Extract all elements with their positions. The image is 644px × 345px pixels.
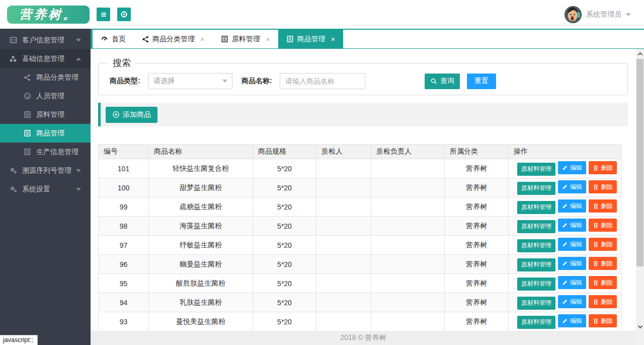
sidebar-subitem-label: 人员管理 <box>36 92 64 101</box>
cell-inspector <box>316 236 371 255</box>
tab-商品管理[interactable]: 商品管理× <box>278 30 344 48</box>
raw-material-manage-button[interactable]: 原材料管理 <box>517 258 555 271</box>
cell-inspector <box>316 159 371 178</box>
smiley-icon <box>23 92 31 100</box>
delete-button[interactable]: 删除 <box>589 314 617 327</box>
edit-button[interactable]: 编辑 <box>558 295 586 308</box>
action-button-label: 编辑 <box>570 298 582 306</box>
edit-button[interactable]: 编辑 <box>558 238 586 251</box>
cell-category: 营养树 <box>445 293 509 312</box>
pencil-icon <box>562 241 568 247</box>
cell-id: 93 <box>99 312 149 331</box>
reset-button[interactable]: 重置 <box>467 74 496 89</box>
query-button[interactable]: 查询 <box>425 74 460 89</box>
product-name-input[interactable] <box>280 73 365 89</box>
edit-button[interactable]: 编辑 <box>558 199 586 213</box>
cell-inspector <box>316 293 371 312</box>
share-icon <box>142 36 149 43</box>
sidebar-subitem[interactable]: 商品分类管理 <box>0 68 91 87</box>
delete-button[interactable]: 删除 <box>589 238 617 251</box>
edit-button[interactable]: 编辑 <box>558 314 586 327</box>
cell-spec: 5*20 <box>253 217 316 236</box>
fullscreen-button[interactable] <box>117 8 131 21</box>
raw-material-manage-button[interactable]: 原材料管理 <box>517 220 555 233</box>
edit-button[interactable]: 编辑 <box>558 180 586 193</box>
main-area: 首页商品分类管理×原料管理×商品管理× 搜索 商品类型: 请选择 商品名称: 查… <box>91 29 644 345</box>
sidebar-subitem[interactable]: 人员管理 <box>0 87 91 105</box>
table-row: 95酸胜肽益生菌粉5*20营养树原材料管理编辑删除 <box>99 274 621 293</box>
delete-button[interactable]: 删除 <box>589 180 617 193</box>
cell-name: 疏糖益生菌粉 <box>149 197 253 217</box>
life-ring-icon <box>120 11 128 18</box>
cell-inspector <box>316 217 371 236</box>
action-button-label: 删除 <box>601 317 613 325</box>
cell-category: 营养树 <box>445 178 509 197</box>
raw-material-manage-button[interactable]: 原材料管理 <box>517 239 555 252</box>
scrollbar-thumb[interactable] <box>636 59 643 266</box>
tab-close-icon[interactable]: × <box>200 35 205 43</box>
cell-spec: 5*20 <box>253 178 316 197</box>
scroll-down-arrow-icon[interactable] <box>636 323 644 331</box>
column-header: 操作 <box>509 145 621 159</box>
cell-actions: 原材料管理编辑删除 <box>509 312 621 331</box>
raw-material-manage-button[interactable]: 原材料管理 <box>517 297 555 310</box>
cell-inspector-lead <box>371 197 445 217</box>
edit-button[interactable]: 编辑 <box>558 276 586 289</box>
avatar[interactable] <box>565 6 582 23</box>
reset-button-label: 重置 <box>474 77 489 86</box>
sidebar-item[interactable]: 系统设置 <box>0 180 91 198</box>
action-button-label: 原材料管理 <box>521 260 551 269</box>
tab-原料管理[interactable]: 原料管理× <box>213 30 278 48</box>
tab-close-icon[interactable]: × <box>266 35 270 43</box>
raw-material-manage-button[interactable]: 原材料管理 <box>517 316 555 329</box>
sidebar-item-label: 基础信息管理 <box>22 54 64 63</box>
delete-button[interactable]: 删除 <box>589 161 617 174</box>
sidebar-item[interactable]: 溯源序列号管理 <box>0 161 91 180</box>
sidebar-item-label: 客户信息管理 <box>22 36 64 45</box>
product-type-select[interactable]: 请选择 <box>148 73 232 89</box>
cell-inspector-lead <box>371 274 445 293</box>
search-icon <box>430 78 437 85</box>
page-content: 搜索 商品类型: 请选择 商品名称: 查询 重置 <box>91 49 636 345</box>
raw-material-manage-button[interactable]: 原材料管理 <box>517 163 555 176</box>
delete-button[interactable]: 删除 <box>589 219 617 232</box>
chevron-down-icon <box>222 80 227 83</box>
edit-button[interactable]: 编辑 <box>558 257 586 270</box>
table-row: 99疏糖益生菌粉5*20营养树原材料管理编辑删除 <box>99 197 621 217</box>
delete-button[interactable]: 删除 <box>589 199 617 213</box>
delete-button[interactable]: 删除 <box>589 257 617 270</box>
raw-material-manage-button[interactable]: 原材料管理 <box>517 201 555 214</box>
product-type-select-value: 请选择 <box>153 77 175 86</box>
tab-商品分类管理[interactable]: 商品分类管理× <box>134 30 213 48</box>
collapse-menu-button[interactable] <box>97 8 110 21</box>
sidebar-subitem[interactable]: 商品管理 <box>0 124 91 143</box>
scroll-up-arrow-icon[interactable] <box>636 50 644 58</box>
vertical-scrollbar[interactable] <box>636 49 644 345</box>
sidebar-subitem[interactable]: 原料管理 <box>0 105 91 124</box>
delete-button[interactable]: 删除 <box>589 276 617 289</box>
tab-close-icon[interactable]: × <box>331 35 336 43</box>
cell-category: 营养树 <box>445 255 509 274</box>
dashboard-icon <box>101 35 108 43</box>
cell-actions: 原材料管理编辑删除 <box>509 274 621 293</box>
add-product-button[interactable]: 添加商品 <box>106 107 157 123</box>
sidebar-subitem[interactable]: 生产信息管理 <box>0 143 91 161</box>
edit-button[interactable]: 编辑 <box>558 161 586 174</box>
cell-actions: 原材料管理编辑删除 <box>509 255 621 274</box>
cell-spec: 5*20 <box>253 197 316 217</box>
cell-name: 纾敏益生菌粉 <box>149 236 253 255</box>
edit-button[interactable]: 编辑 <box>558 219 586 232</box>
table-row: 96幽曼益生菌粉5*20营养树原材料管理编辑删除 <box>99 255 621 274</box>
trash-icon <box>593 165 599 171</box>
action-button-label: 原材料管理 <box>521 222 551 231</box>
raw-material-manage-button[interactable]: 原材料管理 <box>517 182 555 195</box>
tab-首页[interactable]: 首页 <box>93 30 134 48</box>
user-menu[interactable]: 系统管理员 <box>565 6 631 23</box>
sidebar-item[interactable]: 客户信息管理 <box>0 31 91 49</box>
sidebar-subitem-label: 生产信息管理 <box>36 148 78 157</box>
search-legend: 搜索 <box>109 57 135 69</box>
action-button-label: 编辑 <box>570 221 582 230</box>
delete-button[interactable]: 删除 <box>589 295 617 308</box>
raw-material-manage-button[interactable]: 原材料管理 <box>517 278 555 291</box>
sidebar-item[interactable]: 基础信息管理 <box>0 49 91 68</box>
